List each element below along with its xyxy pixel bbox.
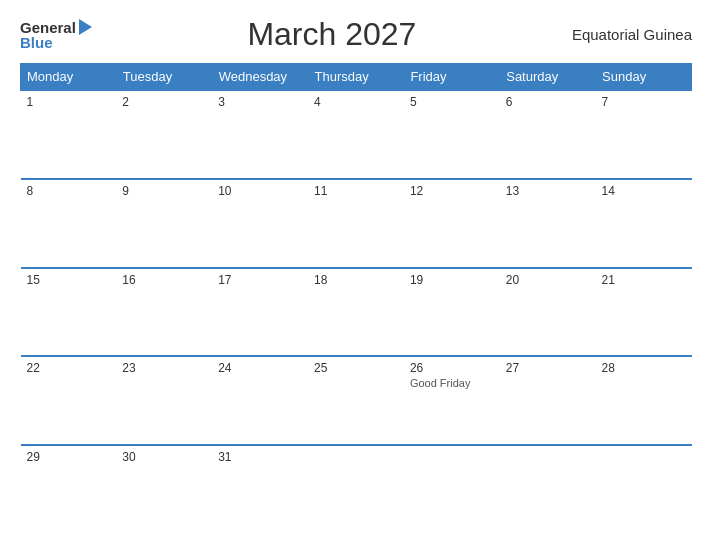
country-name: Equatorial Guinea [572,26,692,43]
day-number: 18 [314,273,398,287]
weekday-header-saturday: Saturday [500,64,596,91]
day-number: 25 [314,361,398,375]
day-number: 12 [410,184,494,198]
weekday-header-tuesday: Tuesday [116,64,212,91]
calendar-week-3: 15161718192021 [21,268,692,357]
calendar-cell: 28 [596,356,692,445]
calendar-table: MondayTuesdayWednesdayThursdayFridaySatu… [20,63,692,534]
calendar-week-4: 2223242526Good Friday2728 [21,356,692,445]
weekday-header-thursday: Thursday [308,64,404,91]
day-number: 27 [506,361,590,375]
calendar-cell: 1 [21,90,117,179]
day-number: 11 [314,184,398,198]
calendar-cell [500,445,596,534]
day-number: 13 [506,184,590,198]
calendar-cell: 9 [116,179,212,268]
calendar-cell: 13 [500,179,596,268]
calendar-cell: 30 [116,445,212,534]
day-number: 23 [122,361,206,375]
calendar-cell: 17 [212,268,308,357]
calendar-week-1: 1234567 [21,90,692,179]
logo-blue-text: Blue [20,35,53,50]
calendar-cell: 2 [116,90,212,179]
calendar-cell: 4 [308,90,404,179]
day-number: 31 [218,450,302,464]
logo-triangle-icon [79,19,92,35]
day-number: 21 [602,273,686,287]
calendar-header-row: MondayTuesdayWednesdayThursdayFridaySatu… [21,64,692,91]
calendar-cell: 18 [308,268,404,357]
month-title: March 2027 [92,16,572,53]
calendar-cell: 20 [500,268,596,357]
calendar-cell: 19 [404,268,500,357]
calendar-cell: 8 [21,179,117,268]
calendar-cell: 29 [21,445,117,534]
calendar-week-5: 293031 [21,445,692,534]
day-number: 8 [27,184,111,198]
calendar-cell: 11 [308,179,404,268]
day-number: 7 [602,95,686,109]
day-number: 20 [506,273,590,287]
day-number: 9 [122,184,206,198]
holiday-name: Good Friday [410,377,494,389]
day-number: 17 [218,273,302,287]
calendar-cell: 26Good Friday [404,356,500,445]
calendar-body: 1234567891011121314151617181920212223242… [21,90,692,534]
day-number: 28 [602,361,686,375]
day-number: 10 [218,184,302,198]
calendar-cell [404,445,500,534]
calendar-cell: 10 [212,179,308,268]
day-number: 24 [218,361,302,375]
day-number: 2 [122,95,206,109]
day-number: 6 [506,95,590,109]
calendar-cell: 3 [212,90,308,179]
day-number: 3 [218,95,302,109]
logo-general-text: General [20,20,76,35]
calendar-cell: 24 [212,356,308,445]
calendar-cell: 5 [404,90,500,179]
calendar-cell [596,445,692,534]
calendar-cell: 14 [596,179,692,268]
day-number: 19 [410,273,494,287]
day-number: 15 [27,273,111,287]
calendar-week-2: 891011121314 [21,179,692,268]
calendar-cell: 7 [596,90,692,179]
calendar-cell: 23 [116,356,212,445]
day-number: 30 [122,450,206,464]
calendar-cell: 31 [212,445,308,534]
day-number: 26 [410,361,494,375]
weekday-header-friday: Friday [404,64,500,91]
day-number: 22 [27,361,111,375]
day-number: 4 [314,95,398,109]
day-number: 29 [27,450,111,464]
weekday-header-monday: Monday [21,64,117,91]
weekday-header-wednesday: Wednesday [212,64,308,91]
calendar-cell: 27 [500,356,596,445]
day-number: 5 [410,95,494,109]
day-number: 16 [122,273,206,287]
calendar-cell: 25 [308,356,404,445]
day-number: 1 [27,95,111,109]
calendar-cell: 12 [404,179,500,268]
calendar-cell [308,445,404,534]
weekday-header-sunday: Sunday [596,64,692,91]
logo: General Blue [20,19,92,50]
calendar-cell: 21 [596,268,692,357]
calendar-cell: 22 [21,356,117,445]
calendar-cell: 15 [21,268,117,357]
day-number: 14 [602,184,686,198]
calendar-cell: 16 [116,268,212,357]
calendar-cell: 6 [500,90,596,179]
calendar-header: General Blue March 2027 Equatorial Guine… [20,16,692,53]
